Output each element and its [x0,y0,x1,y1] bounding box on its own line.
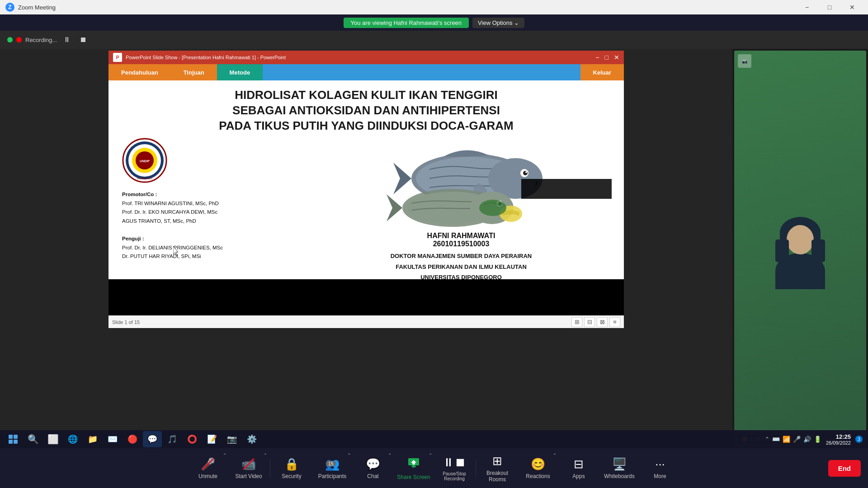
taskbar-edge[interactable]: 🌐 [63,431,82,447]
ppt-window-controls: − □ ✕ [595,54,619,61]
chat-button[interactable]: ⌃ 💬 Chat [353,448,393,488]
ppt-title: PowerPoint Slide Show - [Presentation Ha… [126,55,592,60]
slide-black-bar [108,279,624,315]
nav-keluar[interactable]: Keluar [580,64,624,80]
window-controls: − □ ✕ [797,0,863,14]
dept2: FAKULTAS PERIKANAN DAN ILMU KELAUTAN [391,262,532,272]
close-button[interactable]: ✕ [842,0,863,14]
svg-text:SEMARANG: SEMARANG [137,177,153,180]
share-chevron[interactable]: ⌃ [429,453,432,458]
promotor-label: Promotor/Co : [122,190,303,199]
share-screen-icon [407,456,420,472]
slide-tool-present[interactable]: ≡ [609,317,620,327]
taskbar-taskview[interactable]: ⬜ [43,431,62,447]
reactions-icon: 😊 [531,457,545,471]
security-label: Security [282,473,301,479]
security-button[interactable]: 🔒 Security [271,448,312,488]
recording-bar: Recording... ⏸ ⏹ [0,31,868,49]
tray-wifi[interactable]: 📶 [783,436,790,443]
tray-icons: ⌃ ⌨️ 📶 🎤 🔊 🔋 [765,436,821,443]
participants-chevron[interactable]: ⌃ [347,453,351,458]
tray-keyboard: ⌨️ [772,436,780,443]
unmute-button[interactable]: ⌃ 🎤 Unmute [188,448,228,488]
slide-window: P PowerPoint Slide Show - [Presentation … [108,51,624,328]
taskbar-app1[interactable]: 🔴 [123,431,142,447]
participants-icon: 👥 15 [325,457,340,471]
dept1: DOKTOR MANAJEMEN SUMBER DAYA PERAIRAN [391,251,532,261]
svg-point-19 [479,200,506,216]
slide-tool-grid[interactable]: ⊟ [584,317,595,327]
video-chevron[interactable]: ⌃ [264,453,267,458]
svg-point-11 [523,171,528,175]
stop-recording-button[interactable]: ⏹ [77,35,90,45]
maximize-button[interactable]: □ [819,0,840,14]
ppt-restore[interactable]: □ [605,54,609,61]
participant-avatar [734,51,866,446]
pause-recording-button[interactable]: ⏸ [61,35,73,45]
unmute-chevron[interactable]: ⌃ [223,453,226,458]
security-icon: 🔒 [284,457,299,471]
slide-title-line3: PADA TIKUS PUTIH YANG DIINDUKSI DOCA-GAR… [219,118,513,134]
reactions-button[interactable]: ⌃ 😊 Reactions [518,448,558,488]
recording-dot-red [16,37,22,42]
slide-tool-reader[interactable]: ⊠ [597,317,608,327]
nav-spacer [263,64,580,80]
pause-recording-label: Pause/Stop Recording [436,471,473,481]
penguji2: Dr. PUTUT HAR RIYADI, SPi, MSi [122,252,303,261]
taskbar-app6[interactable]: ⚙️ [242,431,261,447]
ppt-close[interactable]: ✕ [614,54,619,61]
nav-pendahuluan[interactable]: Pendahuluan [108,64,171,80]
start-button[interactable] [4,431,23,447]
pause-stop-recording-button[interactable]: ⏸⏹ Pause/Stop Recording [434,448,475,488]
start-video-label: Start Video [235,473,262,479]
promotor2: Prof. Dr. Ir. EKO NURCAHYA DEWI, MSc [122,208,303,217]
view-options-button[interactable]: View Options ⌄ [472,18,524,28]
notification-badge[interactable]: 3 [855,436,863,443]
taskbar-search[interactable]: 🔍 [24,431,42,447]
minimize-button[interactable]: − [797,0,817,14]
taskbar-zoom[interactable]: 💬 [143,431,162,447]
participants-button[interactable]: ⌃ 👥 15 Participants [312,448,353,488]
tray-volume[interactable]: 🔊 [803,436,811,443]
ppt-minimize[interactable]: − [595,54,599,61]
clock-time: 12:25 [826,433,851,440]
start-video-button[interactable]: ⌃ 📹 Start Video [228,448,269,488]
overlay-box [521,179,612,199]
more-button[interactable]: ··· More [640,448,680,488]
logo-area: UNDIP SEMARANG [122,138,303,183]
title-bar: Z Zoom Meeting − □ ✕ [0,0,868,14]
recording-controls-icon: ⏸⏹ [443,455,466,469]
recording-label: Recording... [25,37,57,43]
breakout-rooms-button[interactable]: ⊞ Breakout Rooms [477,448,518,488]
taskbar-word[interactable]: 📝 [203,431,222,447]
tray-show-hidden[interactable]: ⌃ [765,436,769,442]
unmute-icon-symbol: 🎤 [201,457,215,471]
taskbar-mail[interactable]: ✉️ [103,431,122,447]
slide-title: HIDROLISAT KOLAGEN KULIT IKAN TENGGIRI S… [219,88,513,133]
end-meeting-button[interactable]: End [828,460,861,477]
taskbar-app4[interactable]: ⭕ [183,431,202,447]
reactions-chevron[interactable]: ⌃ [553,453,557,458]
apps-button[interactable]: ⊟ Apps [558,448,599,488]
participant-video: 📷 📶 Hafni Rahmawati [734,51,866,446]
whiteboards-icon: 🖥️ [612,457,627,471]
whiteboards-button[interactable]: 🖥️ Whiteboards [599,448,640,488]
chat-chevron[interactable]: ⌃ [388,453,392,458]
taskbar-explorer[interactable]: 📁 [83,431,102,447]
svg-text:UNDIP: UNDIP [140,160,150,163]
slide-tool-normal[interactable]: ⊞ [571,317,582,327]
chat-icon: 💬 [366,457,380,471]
taskbar-app3[interactable]: 🎵 [163,431,182,447]
nav-tinjuan[interactable]: Tinjuan [171,64,217,80]
taskbar-camera[interactable]: 📷 [222,431,241,447]
tray-mic[interactable]: 🎤 [793,436,801,443]
clock[interactable]: 12:25 26/09/2022 [826,433,851,446]
clock-date: 26/09/2022 [826,440,851,446]
more-icon: ··· [655,457,665,471]
nav-metode[interactable]: Metode [217,64,263,80]
participant-panel: 📷 📶 Hafni Rahmawati [732,49,868,448]
reactions-label: Reactions [526,473,550,479]
share-screen-button[interactable]: ⌃ Share Screen [393,448,434,488]
slide-left-column: UNDIP SEMARANG Promotor/Co : Prof. TRI W… [122,138,303,293]
breakout-icon: ⊞ [492,454,502,468]
